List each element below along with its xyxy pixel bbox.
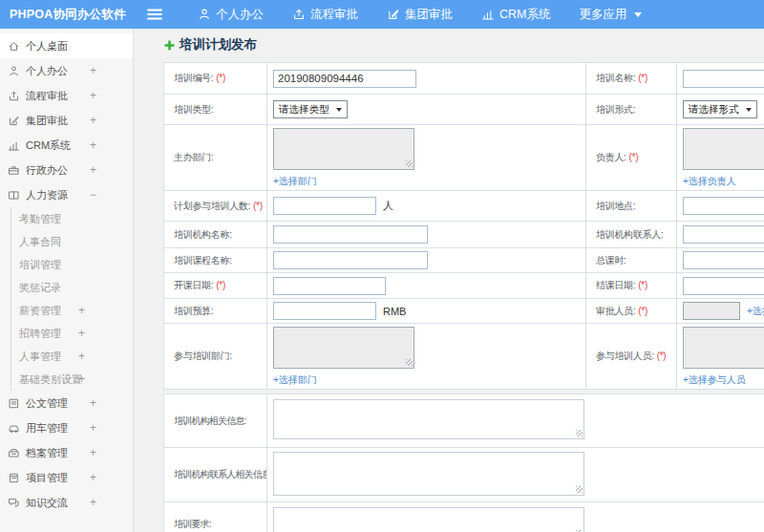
field-label-text: 参与培训人员: bbox=[596, 351, 654, 361]
training-org-name-label: 培训机构名称: bbox=[164, 222, 267, 248]
participating-departments-link[interactable]: +选择部门 bbox=[273, 374, 317, 385]
sidebar-item-vehicle-management[interactable]: 用车管理+ bbox=[0, 415, 133, 440]
expander-icon[interactable]: + bbox=[90, 447, 96, 458]
sidebar-item-label: 个人桌面 bbox=[26, 39, 68, 53]
expander-icon[interactable]: + bbox=[90, 164, 96, 176]
sidebar-subitem-attendance-management[interactable]: 考勤管理 bbox=[11, 207, 133, 230]
sidebar-item-project-management[interactable]: 项目管理+ bbox=[0, 465, 133, 490]
sidebar-subitem-personnel-management[interactable]: 人事管理+ bbox=[11, 345, 133, 368]
host-department-link[interactable]: +选择部门 bbox=[273, 176, 317, 186]
form-row: 培训类型:请选择类型培训形式:请选择形式 bbox=[164, 95, 764, 125]
training-org-contact-info-label: 培训机构联系人相关信息: bbox=[164, 448, 267, 502]
course-start-date-input[interactable] bbox=[273, 277, 386, 295]
nav-workflow-approval[interactable]: 流程审批 bbox=[292, 7, 358, 23]
expander-icon[interactable]: − bbox=[90, 189, 96, 201]
sidebar-item-label: 档案管理 bbox=[26, 446, 68, 460]
training-org-contact-input[interactable] bbox=[683, 225, 764, 244]
expander-icon[interactable]: + bbox=[90, 422, 96, 434]
app-title: PHPOA协同办公软件 bbox=[0, 7, 141, 23]
nav-label: 个人办公 bbox=[216, 7, 264, 23]
course-end-date-field-cell bbox=[677, 273, 764, 299]
menu-toggle-icon[interactable] bbox=[147, 9, 162, 20]
training-number-input[interactable] bbox=[273, 70, 416, 88]
field-label-text: 培训形式: bbox=[596, 104, 635, 115]
sidebar-item-workflow-approval[interactable]: 流程审批+ bbox=[0, 83, 133, 108]
required-mark: (*) bbox=[253, 201, 263, 211]
home-icon bbox=[8, 40, 20, 53]
form-row: 培训要求: bbox=[164, 502, 764, 532]
sidebar-item-label: 行政办公 bbox=[26, 163, 68, 178]
sidebar-item-group-approval[interactable]: 集团审批+ bbox=[0, 108, 133, 133]
training-budget-input[interactable] bbox=[273, 302, 376, 320]
host-department-textarea[interactable] bbox=[273, 128, 414, 170]
field-label-text: 开课日期: bbox=[174, 280, 213, 290]
planned-participant-count-input[interactable] bbox=[273, 197, 376, 215]
training-format-select[interactable]: 请选择形式 bbox=[683, 100, 757, 118]
training-name-field-cell bbox=[677, 63, 764, 95]
participating-personnel-textarea[interactable] bbox=[683, 327, 764, 369]
training-name-input[interactable] bbox=[683, 70, 764, 88]
expander-icon[interactable]: + bbox=[78, 328, 85, 339]
form-row: 培训机构相关信息: bbox=[164, 394, 764, 448]
expander-icon[interactable]: + bbox=[90, 115, 96, 126]
approver-link[interactable]: +选择审批人员 bbox=[747, 305, 764, 318]
expander-icon[interactable]: + bbox=[90, 90, 96, 101]
edit-icon bbox=[387, 8, 400, 21]
training-location-input[interactable] bbox=[683, 197, 764, 215]
participating-personnel-link[interactable]: +选择参与人员 bbox=[683, 374, 746, 385]
total-class-hours-input[interactable] bbox=[683, 251, 764, 269]
person-in-charge-textarea[interactable] bbox=[683, 128, 764, 170]
sidebar-item-crm-system[interactable]: CRM系统+ bbox=[0, 133, 133, 158]
approver-field-cell: +选择审批人员 bbox=[677, 299, 764, 324]
participating-departments-field-cell: +选择部门 bbox=[267, 324, 586, 390]
sidebar-item-archive-management[interactable]: 档案管理+ bbox=[0, 440, 133, 465]
participating-departments-textarea[interactable] bbox=[273, 327, 414, 369]
field-label-text: 培训地点: bbox=[596, 201, 635, 211]
sidebar-item-human-resources[interactable]: 人力资源− bbox=[0, 182, 133, 207]
sidebar-subitem-personnel-contract[interactable]: 人事合同 bbox=[11, 230, 133, 253]
sidebar-subitem-salary-management[interactable]: 薪资管理+ bbox=[11, 299, 133, 322]
field-label-text: 培训机构联系人相关信息: bbox=[174, 469, 267, 479]
nav-personal-office[interactable]: 个人办公 bbox=[198, 7, 264, 23]
sidebar-item-personal-office[interactable]: 个人办公+ bbox=[0, 58, 133, 83]
sidebar-item-personal-desktop[interactable]: 个人桌面 bbox=[0, 33, 133, 58]
person-in-charge-link[interactable]: +选择负责人 bbox=[683, 176, 736, 186]
sidebar-subitem-reward-punishment-records[interactable]: 奖惩记录 bbox=[11, 276, 133, 299]
expander-icon[interactable]: + bbox=[90, 397, 96, 409]
nav-group-approval[interactable]: 集团审批 bbox=[387, 7, 453, 23]
expander-icon[interactable]: + bbox=[90, 139, 96, 151]
training-org-name-input[interactable] bbox=[273, 225, 428, 244]
training-course-name-input[interactable] bbox=[273, 251, 428, 269]
sidebar-item-admin-office[interactable]: 行政办公+ bbox=[0, 158, 133, 182]
sidebar-subitem-basic-category-settings[interactable]: 基础类别设置+ bbox=[11, 368, 133, 391]
training-form-table-bottom: 培训机构相关信息:培训机构联系人相关信息:培训要求:附件文档:+附件上传 bbox=[163, 394, 764, 532]
sidebar-subitem-training-management[interactable]: 培训管理 bbox=[11, 253, 133, 276]
participating-departments-label: 参与培训部门: bbox=[164, 324, 267, 390]
expander-icon[interactable]: + bbox=[90, 497, 96, 508]
nav-label: 流程审批 bbox=[310, 7, 358, 23]
training-type-label: 培训类型: bbox=[164, 95, 267, 125]
expander-icon[interactable]: + bbox=[78, 373, 85, 385]
training-org-info-textarea[interactable] bbox=[273, 399, 584, 439]
course-end-date-input[interactable] bbox=[683, 277, 764, 295]
sidebar-item-document-management[interactable]: 公文管理+ bbox=[0, 391, 133, 415]
sidebar-subitem-recruitment-management[interactable]: 招聘管理+ bbox=[11, 322, 133, 345]
required-mark: (*) bbox=[216, 280, 225, 290]
sidebar-item-label: 知识交流 bbox=[26, 496, 68, 510]
expander-icon[interactable]: + bbox=[90, 65, 96, 76]
training-type-select[interactable]: 请选择类型 bbox=[273, 100, 348, 118]
upload-icon bbox=[292, 8, 306, 21]
approver-input[interactable] bbox=[683, 302, 740, 320]
training-org-contact-info-textarea[interactable] bbox=[273, 452, 584, 496]
expander-icon[interactable]: + bbox=[78, 305, 85, 316]
nav-crm-system[interactable]: CRM系统 bbox=[481, 7, 550, 23]
sidebar-subitem-label: 奖惩记录 bbox=[19, 282, 61, 293]
planned-participant-count-label: 计划参与培训人数:(*) bbox=[164, 191, 267, 222]
nav-more-apps[interactable]: 更多应用 bbox=[579, 7, 642, 23]
expander-icon[interactable]: + bbox=[90, 472, 96, 483]
page-title-text: 培训计划发布 bbox=[180, 36, 257, 53]
training-requirements-textarea[interactable] bbox=[273, 507, 584, 532]
training-form-table: 培训编号:(*)培训名称:(*)培训类型:请选择类型培训形式:请选择形式主办部门… bbox=[163, 62, 764, 390]
expander-icon[interactable]: + bbox=[78, 351, 85, 362]
sidebar-item-knowledge-exchange[interactable]: 知识交流+ bbox=[0, 490, 133, 515]
